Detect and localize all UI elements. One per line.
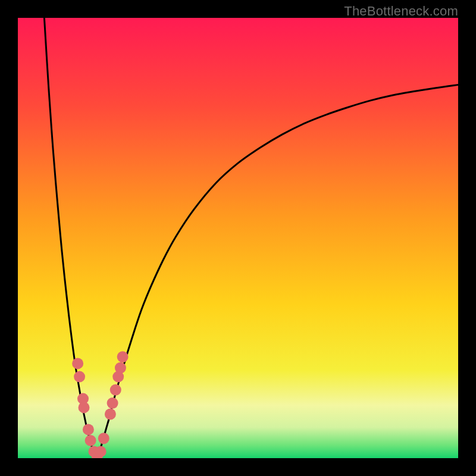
watermark-text: TheBottleneck.com [344,4,458,19]
data-marker [79,402,90,413]
data-marker [110,384,121,396]
data-marker [105,409,116,420]
data-marker [95,446,107,457]
bottleneck-chart [18,18,458,458]
data-marker [98,433,109,444]
data-marker [85,435,96,446]
data-marker [74,371,85,383]
plot-area [18,18,458,458]
data-marker [107,397,118,409]
data-marker [115,362,126,374]
chart-frame: TheBottleneck.com [0,0,476,476]
data-marker [83,424,94,435]
gradient-background [18,18,458,458]
data-marker [72,358,83,369]
data-marker [117,351,129,362]
